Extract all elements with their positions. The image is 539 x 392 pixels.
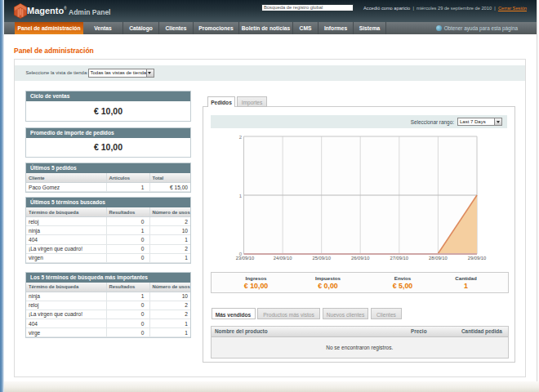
svg-text:28/09/10: 28/09/10	[429, 256, 448, 261]
svg-text:27/09/10: 27/09/10	[390, 256, 409, 261]
svg-text:29/09/10: 29/09/10	[468, 256, 487, 261]
svg-text:1: 1	[239, 194, 243, 198]
svg-text:26/09/10: 26/09/10	[351, 256, 370, 261]
svg-text:24/09/10: 24/09/10	[274, 256, 292, 261]
svg-text:2: 2	[239, 135, 243, 140]
svg-text:25/09/10: 25/09/10	[312, 256, 331, 261]
svg-text:23/09/10: 23/09/10	[236, 256, 255, 261]
